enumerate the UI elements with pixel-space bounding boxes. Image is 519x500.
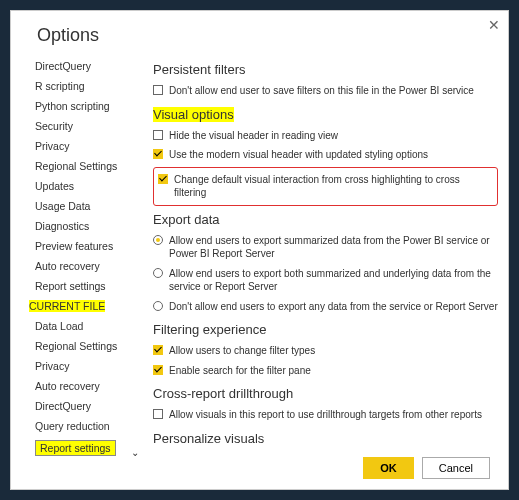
checkbox-icon[interactable] [153,130,163,140]
opt-cross-filtering[interactable]: Change default visual interaction from c… [158,170,493,203]
checkbox-icon[interactable] [158,174,168,184]
opt-cross-report-drill[interactable]: Allow visuals in this report to use dril… [153,405,498,425]
sidebar-item-report-settings[interactable]: Report settings [19,276,139,296]
sidebar-item-cf-query-reduction[interactable]: Query reduction [19,416,139,436]
opt-enable-search-filter[interactable]: Enable search for the filter pane [153,361,498,381]
sidebar-item-r-scripting[interactable]: R scripting [19,76,139,96]
section-cross-report: Cross-report drillthrough [153,386,498,401]
opt-export-both[interactable]: Allow end users to export both summarize… [153,264,498,297]
sidebar-item-cf-auto-recovery[interactable]: Auto recovery [19,376,139,396]
sidebar-item-regional-settings[interactable]: Regional Settings [19,156,139,176]
opt-export-summarized[interactable]: Allow end users to export summarized dat… [153,231,498,264]
checkbox-icon[interactable] [153,409,163,419]
sidebar: DirectQuery R scripting Python scripting… [11,56,139,458]
opt-export-none[interactable]: Don't allow end users to export any data… [153,297,498,317]
opt-modern-visual-header[interactable]: Use the modern visual header with update… [153,145,498,165]
cancel-button[interactable]: Cancel [422,457,490,479]
options-dialog: ✕ Options DirectQuery R scripting Python… [10,10,509,490]
dialog-title: Options [11,11,508,56]
sidebar-item-auto-recovery[interactable]: Auto recovery [19,256,139,276]
section-visual-options: Visual options [153,107,498,122]
sidebar-item-cf-regional-settings[interactable]: Regional Settings [19,336,139,356]
close-icon[interactable]: ✕ [488,17,500,33]
sidebar-item-security[interactable]: Security [19,116,139,136]
checkbox-icon[interactable] [153,149,163,159]
opt-change-filter-types[interactable]: Allow users to change filter types [153,341,498,361]
chevron-down-icon: ⌄ [131,447,139,458]
section-filtering-experience: Filtering experience [153,322,498,337]
sidebar-item-directquery[interactable]: DirectQuery [19,56,139,76]
main-panel: Persistent filters Don't allow end user … [139,56,508,458]
opt-persistent-disallow[interactable]: Don't allow end user to save filters on … [153,81,498,101]
sidebar-item-cf-data-load[interactable]: Data Load [19,316,139,336]
sidebar-item-preview-features[interactable]: Preview features [19,236,139,256]
opt-hide-visual-header[interactable]: Hide the visual header in reading view [153,126,498,146]
sidebar-item-cf-report-settings[interactable]: Report settings ⌄ [19,436,139,458]
dialog-footer: OK Cancel [363,457,490,479]
radio-icon[interactable] [153,301,163,311]
checkbox-icon[interactable] [153,85,163,95]
sidebar-item-cf-privacy[interactable]: Privacy [19,356,139,376]
sidebar-item-privacy[interactable]: Privacy [19,136,139,156]
sidebar-item-usage-data[interactable]: Usage Data [19,196,139,216]
section-personalize-visuals: Personalize visuals [153,431,498,446]
sidebar-item-python-scripting[interactable]: Python scripting [19,96,139,116]
checkbox-icon[interactable] [153,345,163,355]
sidebar-item-updates[interactable]: Updates [19,176,139,196]
section-export-data: Export data [153,212,498,227]
checkbox-icon[interactable] [153,365,163,375]
sidebar-item-cf-directquery[interactable]: DirectQuery [19,396,139,416]
radio-icon[interactable] [153,268,163,278]
sidebar-section-current-file: CURRENT FILE [19,296,139,316]
highlighted-option: Change default visual interaction from c… [153,167,498,206]
section-persistent-filters: Persistent filters [153,62,498,77]
ok-button[interactable]: OK [363,457,414,479]
sidebar-item-diagnostics[interactable]: Diagnostics [19,216,139,236]
radio-icon[interactable] [153,235,163,245]
